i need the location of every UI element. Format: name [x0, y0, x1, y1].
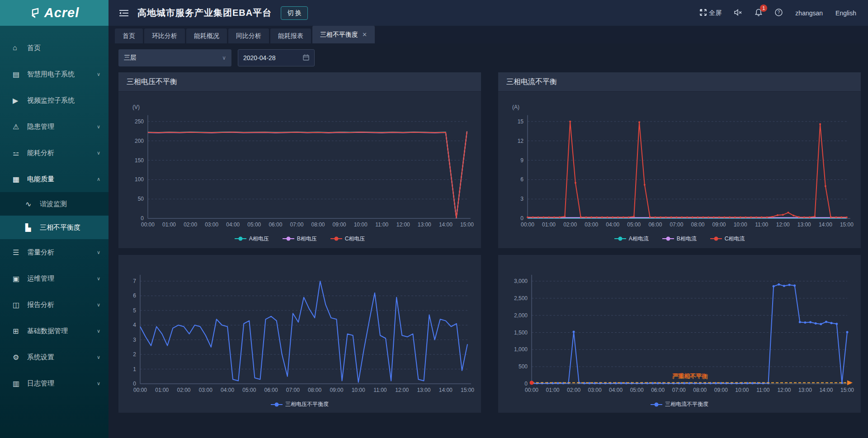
legend-marker-icon	[662, 236, 674, 241]
tab-close-icon[interactable]: ✕	[362, 26, 367, 43]
legend-marker-icon	[651, 402, 662, 407]
legend-item-B相电压[interactable]: B相电压	[283, 235, 317, 243]
home-icon: ⌂	[13, 44, 27, 52]
legend-label: C相电压	[345, 235, 365, 243]
svg-text:9: 9	[520, 157, 524, 164]
tab-label: 首页	[123, 32, 135, 39]
sidebar-item-1[interactable]: ⌂首页	[0, 35, 108, 61]
svg-text:0: 0	[524, 381, 528, 387]
switch-button[interactable]: 切 换	[281, 6, 308, 20]
chart-legend: 三相电流不平衡度	[498, 396, 861, 413]
panel-title: 三相电压不平衡	[118, 72, 481, 92]
chart-card-3: 0123456700:0001:0002:0003:0004:0005:0006…	[118, 255, 481, 413]
sidebar-item-12[interactable]: ▥日志管理∨	[0, 370, 108, 396]
tab-能耗报表[interactable]: 能耗报表	[270, 28, 311, 43]
mute-button[interactable]	[734, 9, 742, 17]
svg-text:02:00: 02:00	[184, 221, 197, 228]
sidebar-item-4[interactable]: ⚠隐患管理∨	[0, 113, 108, 140]
sidebar-item-label: 电能质量	[27, 175, 97, 184]
svg-text:14:00: 14:00	[819, 221, 832, 228]
legend-item-B相电流[interactable]: B相电流	[662, 235, 697, 243]
help-button[interactable]: ?	[775, 9, 783, 18]
sidebar-item-label: 隐患管理	[27, 122, 97, 131]
svg-text:1,000: 1,000	[514, 346, 528, 353]
legend-marker-icon	[710, 236, 722, 241]
brand-logo[interactable]: Acrel	[0, 0, 108, 26]
svg-text:11:00: 11:00	[755, 221, 768, 228]
svg-text:(V): (V)	[132, 104, 140, 110]
sidebar-item-3[interactable]: ▶视频监控子系统	[0, 87, 108, 113]
legend-label: 三相电流不平衡度	[665, 400, 708, 408]
svg-text:4: 4	[133, 322, 136, 328]
svg-text:08:00: 08:00	[311, 221, 325, 228]
sidebar-item-label: 系统设置	[27, 353, 97, 362]
sidebar-subitem-谐波监测[interactable]: ∿谐波监测	[0, 192, 108, 216]
hazard-icon: ⚠	[13, 122, 27, 131]
tab-同比分析[interactable]: 同比分析	[228, 28, 269, 43]
username[interactable]: zhangsan	[795, 9, 823, 17]
svg-text:07:00: 07:00	[672, 387, 686, 393]
chart-plot-2: 03691215(A)00:0001:0002:0003:0004:0005:0…	[498, 92, 861, 229]
sidebar-item-5[interactable]: ⚍能耗分析∨	[0, 140, 108, 166]
svg-text:100: 100	[135, 176, 144, 183]
sidebar-item-9[interactable]: ◫报告分析∨	[0, 292, 108, 318]
svg-text:06:00: 06:00	[264, 387, 278, 393]
svg-text:12:00: 12:00	[776, 221, 790, 228]
language-switch[interactable]: English	[835, 9, 856, 17]
svg-text:?: ?	[778, 10, 780, 15]
app: Acrel ⌂首页▤智慧用电子系统∨▶视频监控子系统⚠隐患管理∨⚍能耗分析∨▦电…	[0, 0, 868, 438]
tab-label: 环比分析	[152, 32, 177, 39]
log-icon: ▥	[13, 379, 27, 388]
sidebar-item-label: 视频监控子系统	[27, 96, 100, 105]
sidebar-item-6[interactable]: ▦电能质量∧	[0, 166, 108, 192]
chart-card-1: 三相电压不平衡050100150200250(V)00:0001:0002:00…	[118, 72, 481, 248]
sidebar-item-11[interactable]: ⚙系统设置∨	[0, 344, 108, 370]
tab-环比分析[interactable]: 环比分析	[144, 28, 185, 43]
legend-marker-icon	[330, 236, 342, 241]
svg-text:02:00: 02:00	[563, 221, 577, 228]
svg-text:12:00: 12:00	[777, 387, 791, 393]
fullscreen-button[interactable]: 全屏	[700, 9, 722, 17]
legend-item-C相电压[interactable]: C相电压	[330, 235, 365, 243]
sidebar-subitem-label: 三相不平衡度	[40, 223, 100, 232]
svg-text:04:00: 04:00	[609, 387, 623, 393]
floor-select[interactable]: 三层 ∨	[118, 49, 231, 66]
energy-analysis-icon: ⚍	[13, 149, 27, 157]
tab-三相不平衡度[interactable]: 三相不平衡度✕	[312, 26, 375, 43]
sidebar-subitem-三相不平衡度[interactable]: ▙三相不平衡度	[0, 216, 108, 239]
legend-item-三相电流不平衡度[interactable]: 三相电流不平衡度	[651, 400, 708, 408]
sidebar-item-10[interactable]: ⊞基础数据管理∨	[0, 318, 108, 344]
chevron-down-icon: ∨	[97, 276, 100, 282]
svg-text:01:00: 01:00	[162, 221, 176, 228]
svg-text:10:00: 10:00	[354, 221, 368, 228]
sidebar-collapse-icon[interactable]	[119, 9, 128, 17]
svg-text:09:00: 09:00	[333, 221, 346, 228]
svg-text:07:00: 07:00	[670, 221, 683, 228]
date-picker-value: 2020-04-28	[243, 54, 276, 61]
sidebar-item-7[interactable]: ☰需量分析∨	[0, 239, 108, 265]
charts-grid: 三相电压不平衡050100150200250(V)00:0001:0002:00…	[118, 72, 861, 413]
sidebar-item-8[interactable]: ▣运维管理∨	[0, 265, 108, 292]
svg-text:09:00: 09:00	[714, 387, 728, 393]
sidebar-item-2[interactable]: ▤智慧用电子系统∨	[0, 61, 108, 87]
chart-plot-1: 050100150200250(V)00:0001:0002:0003:0004…	[118, 92, 481, 229]
svg-text:10:00: 10:00	[734, 221, 747, 228]
sidebar-item-label: 日志管理	[27, 379, 97, 388]
tab-能耗概况[interactable]: 能耗概况	[186, 28, 227, 43]
legend-item-C相电流[interactable]: C相电流	[710, 235, 745, 243]
tab-首页[interactable]: 首页	[115, 28, 143, 43]
notifications-button[interactable]: 1	[755, 9, 762, 18]
sidebar: Acrel ⌂首页▤智慧用电子系统∨▶视频监控子系统⚠隐患管理∨⚍能耗分析∨▦电…	[0, 0, 108, 438]
fullscreen-label: 全屏	[709, 9, 722, 17]
chart-plot-3: 0123456700:0001:0002:0003:0004:0005:0006…	[118, 255, 481, 396]
main-area: 高地城市服务产业集团EBA平台 切 换 全屏	[108, 0, 868, 438]
svg-text:02:00: 02:00	[177, 387, 191, 393]
tab-bar: 首页环比分析能耗概况同比分析能耗报表三相不平衡度✕	[108, 26, 868, 43]
date-picker[interactable]: 2020-04-28	[238, 49, 315, 66]
chevron-down-icon: ∨	[97, 124, 100, 130]
svg-text:13:00: 13:00	[798, 387, 812, 393]
legend-item-三相电压不平衡度[interactable]: 三相电压不平衡度	[271, 400, 329, 408]
legend-item-A相电压[interactable]: A相电压	[235, 235, 269, 243]
svg-text:14:00: 14:00	[439, 387, 453, 393]
legend-item-A相电流[interactable]: A相电流	[614, 235, 649, 243]
